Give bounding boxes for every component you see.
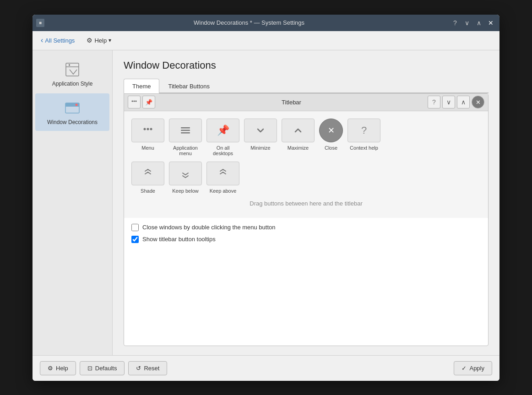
sidebar-item-application-style-label: Application Style <box>52 81 93 87</box>
button-label-shade: Shade <box>141 188 155 194</box>
svg-point-8 <box>134 101 135 102</box>
reset-button[interactable]: ↺ Reset <box>128 361 167 375</box>
preview-titlebar-label: Titlebar <box>155 99 428 106</box>
button-item-shade[interactable]: Shade <box>131 162 164 194</box>
sidebar-item-window-decorations[interactable]: Window Decorations <box>35 93 109 131</box>
button-label-minimize: Minimize <box>250 145 270 151</box>
bottom-bar-left: ⚙ Help ⊡ Defaults ↺ Reset <box>40 361 454 375</box>
tab-titlebar-buttons[interactable]: Titlebar Buttons <box>159 79 218 93</box>
button-label-maximize: Maximize <box>288 145 309 151</box>
button-label-context-help: Context help <box>350 145 378 151</box>
button-icon-menu <box>131 119 164 142</box>
content-area: Application Style Window Decorations Win… <box>33 50 499 355</box>
button-icon-keep-below <box>169 162 202 185</box>
defaults-icon: ⊡ <box>87 365 92 372</box>
svg-rect-5 <box>65 106 79 107</box>
button-icon-maximize <box>282 119 315 142</box>
close-button[interactable]: ✕ <box>486 18 496 28</box>
page-title: Window Decorations <box>124 60 489 71</box>
titlebar: ■ Window Decorations * — System Settings… <box>33 15 499 31</box>
preview-maximize-btn[interactable]: ∧ <box>457 96 470 108</box>
help-arrow-icon: ▾ <box>109 37 111 43</box>
button-icon-close: ✕ <box>319 119 343 142</box>
help-action-button[interactable]: ⚙ Help <box>40 361 76 375</box>
svg-point-6 <box>76 103 78 106</box>
help-action-label: Help <box>56 365 68 372</box>
button-icon-shade <box>131 162 164 185</box>
defaults-label: Defaults <box>95 365 117 372</box>
application-style-icon <box>63 60 81 79</box>
button-item-close[interactable]: ✕ Close <box>319 119 343 156</box>
svg-rect-14 <box>181 130 190 131</box>
drag-hint: Drag buttons between here and the titleb… <box>131 194 481 211</box>
button-label-keep-below: Keep below <box>172 188 199 194</box>
button-item-on-all-desktops[interactable]: 📌 On all desktops <box>206 119 239 156</box>
button-item-minimize[interactable]: Minimize <box>244 119 277 156</box>
sidebar-item-application-style[interactable]: Application Style <box>35 55 109 92</box>
preview-left-buttons: 📌 <box>128 96 155 108</box>
option-row-close-double-click: Close windows by double clicking the men… <box>131 222 481 233</box>
sidebar: Application Style Window Decorations <box>33 50 113 355</box>
preview-close-btn[interactable]: ✕ <box>472 96 484 108</box>
help-action-icon: ⚙ <box>48 365 53 372</box>
svg-rect-13 <box>181 127 190 129</box>
reset-label: Reset <box>144 365 159 372</box>
svg-point-9 <box>136 101 137 102</box>
section-panel: 📌 Titlebar ? ∨ ∧ <box>124 93 489 346</box>
preview-help-btn[interactable]: ? <box>428 96 440 108</box>
button-item-keep-below[interactable]: Keep below <box>169 162 202 194</box>
button-icon-context-help: ? <box>347 119 380 142</box>
preview-minimize-btn[interactable]: ∨ <box>442 96 455 108</box>
button-label-on-all-desktops: On all desktops <box>206 145 239 156</box>
button-item-context-help[interactable]: ? Context help <box>347 119 380 156</box>
buttons-row1: Menu Application menu 📌 On <box>131 119 481 156</box>
button-label-application-menu: Application menu <box>169 145 202 156</box>
app-icon: ■ <box>36 19 44 27</box>
button-icon-keep-above <box>206 162 239 185</box>
buttons-area: Menu Application menu 📌 On <box>124 111 488 218</box>
button-item-keep-above[interactable]: Keep above <box>206 162 239 194</box>
option-row-show-tooltips: Show titlebar button tooltips <box>131 233 481 245</box>
show-tooltips-checkbox[interactable] <box>131 236 139 243</box>
apply-button[interactable]: ✓ Apply <box>454 361 492 375</box>
help-icon: ⚙ <box>87 37 92 44</box>
show-tooltips-label[interactable]: Show titlebar button tooltips <box>142 236 216 243</box>
maximize-button[interactable]: ∧ <box>474 18 484 28</box>
button-item-menu[interactable]: Menu <box>131 119 164 156</box>
window-decorations-icon <box>63 99 81 117</box>
window-title: Window Decorations * — System Settings <box>48 19 450 26</box>
tabs: Theme Titlebar Buttons <box>124 79 489 93</box>
button-icon-minimize <box>244 119 277 142</box>
help-menu-button[interactable]: ⚙ Help ▾ <box>83 35 115 46</box>
button-icon-application-menu <box>169 119 202 142</box>
button-label-close: Close <box>325 145 337 151</box>
apply-label: Apply <box>469 365 484 372</box>
titlebar-controls: ? ∨ ∧ ✕ <box>450 18 496 28</box>
svg-rect-2 <box>69 64 70 66</box>
navbar: ‹ All Settings ⚙ Help ▾ <box>33 31 499 50</box>
page-content: Window Decorations Theme Titlebar Button… <box>113 50 499 355</box>
preview-titlebar: 📌 Titlebar ? ∨ ∧ <box>124 94 488 111</box>
button-item-maximize[interactable]: Maximize <box>282 119 315 156</box>
button-item-application-menu[interactable]: Application menu <box>169 119 202 156</box>
reset-icon: ↺ <box>136 365 141 372</box>
sidebar-item-window-decorations-label: Window Decorations <box>47 119 98 125</box>
help-button[interactable]: ? <box>450 18 460 28</box>
svg-point-7 <box>132 101 133 102</box>
button-label-menu: Menu <box>141 145 154 151</box>
preview-menu-btn[interactable] <box>128 96 141 108</box>
back-button[interactable]: ‹ All Settings <box>37 34 78 46</box>
svg-rect-15 <box>181 132 190 134</box>
back-label: All Settings <box>45 37 75 44</box>
defaults-button[interactable]: ⊡ Defaults <box>80 361 125 375</box>
back-arrow-icon: ‹ <box>41 36 43 44</box>
preview-pin-btn[interactable]: 📌 <box>142 96 155 108</box>
buttons-row2: Shade Keep below <box>131 162 481 194</box>
button-icon-on-all-desktops: 📌 <box>206 119 239 142</box>
close-double-click-checkbox[interactable] <box>131 224 139 231</box>
main-window: ■ Window Decorations * — System Settings… <box>33 15 499 381</box>
close-double-click-label[interactable]: Close windows by double clicking the men… <box>142 224 276 231</box>
preview-right-buttons: ? ∨ ∧ ✕ <box>428 96 484 108</box>
tab-theme[interactable]: Theme <box>124 79 159 93</box>
minimize-button[interactable]: ∨ <box>462 18 472 28</box>
